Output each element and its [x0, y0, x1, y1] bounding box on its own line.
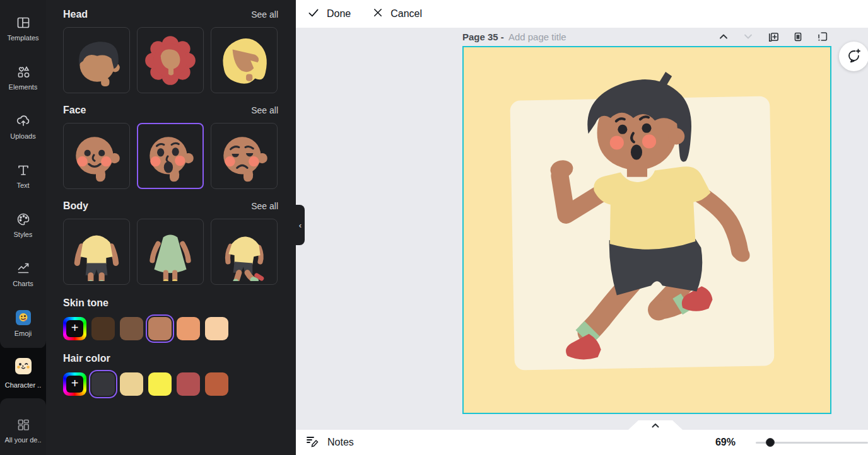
skin-tone-swatch[interactable]: [177, 317, 200, 340]
page-number-label: Page 35 -: [462, 32, 504, 42]
comment-fab-button[interactable]: [839, 42, 868, 71]
see-all-body-link[interactable]: See all: [251, 201, 278, 211]
sidebar-item-label: Styles: [14, 231, 33, 238]
sidebar-item-templates[interactable]: Templates: [0, 4, 46, 53]
see-all-head-link[interactable]: See all: [251, 9, 278, 20]
add-page-button[interactable]: [816, 30, 829, 43]
add-hair-color-button[interactable]: +: [63, 372, 86, 396]
body-options: [63, 219, 278, 285]
comment-plus-icon: [846, 47, 862, 66]
character-settings-panel: Head See all Face See all: [46, 0, 296, 455]
add-skin-tone-button[interactable]: +: [63, 317, 86, 340]
zoom-slider-thumb[interactable]: [766, 438, 775, 447]
chevron-left-icon: ‹: [299, 221, 302, 230]
face-option-sad[interactable]: [211, 123, 278, 189]
sidebar-item-charts[interactable]: Charts: [0, 250, 46, 299]
section-title-head: Head: [63, 9, 88, 20]
hair-color-swatch-selected[interactable]: [91, 372, 115, 396]
skin-tone-swatches: +: [63, 317, 278, 340]
page-header: Page 35 - Add page title: [296, 28, 868, 45]
section-title-face: Face: [63, 105, 86, 116]
delete-page-button[interactable]: [792, 30, 804, 43]
check-icon: [307, 6, 320, 21]
skin-tone-swatch-selected[interactable]: [148, 317, 172, 340]
sidebar-group-bottom: All your de..: [0, 398, 46, 455]
cancel-button[interactable]: Cancel: [372, 7, 422, 21]
body-option-tshirt-standing[interactable]: [63, 219, 130, 285]
sidebar-group-main: Templates Elements Uploads Text: [0, 0, 46, 348]
collapse-panel-handle[interactable]: ‹: [296, 205, 305, 245]
head-option-red-curly[interactable]: [137, 27, 204, 93]
hair-color-swatch[interactable]: [177, 372, 200, 396]
face-option-happy[interactable]: [63, 123, 130, 189]
show-pages-tab[interactable]: [628, 420, 683, 430]
page-actions: [717, 28, 829, 45]
zoom-slider[interactable]: [756, 430, 868, 455]
sidebar-item-label: Elements: [9, 83, 38, 91]
editor-workspace: Done Cancel Page 35 - Add page title: [296, 0, 868, 455]
notes-icon: [305, 434, 320, 451]
elements-icon: [16, 64, 31, 79]
page-title-input[interactable]: Add page title: [508, 32, 566, 42]
skin-tone-swatch[interactable]: [91, 317, 115, 340]
character-builder-icon: [15, 357, 32, 377]
bottom-bar: Notes 69%: [296, 430, 868, 455]
section-title-body: Body: [63, 200, 88, 212]
sidebar-item-label: Templates: [7, 34, 38, 42]
see-all-face-link[interactable]: See all: [251, 105, 278, 115]
head-options: [63, 27, 278, 93]
hair-color-swatch[interactable]: [148, 372, 172, 396]
upload-cloud-icon: [16, 113, 31, 129]
canvas-page-selected[interactable]: [462, 46, 831, 414]
line-chart-icon: [16, 261, 31, 276]
zoom-level-label: 69%: [715, 437, 736, 448]
palette-icon: [16, 212, 31, 227]
done-button[interactable]: Done: [307, 6, 351, 21]
skin-tone-swatch[interactable]: [205, 317, 228, 340]
sidebar-item-elements[interactable]: Elements: [0, 53, 46, 102]
section-title-hair-color: Hair color: [63, 353, 278, 364]
duplicate-page-button[interactable]: [766, 30, 780, 43]
sidebar-item-label: Text: [16, 181, 29, 189]
head-option-blonde[interactable]: [211, 27, 278, 93]
section-title-skin-tone: Skin tone: [63, 297, 278, 309]
close-icon: [372, 7, 384, 21]
skin-tone-swatch[interactable]: [120, 317, 143, 340]
face-option-surprised-selected[interactable]: [137, 123, 204, 189]
templates-icon: [16, 15, 31, 30]
emoji-app-icon: [15, 309, 32, 326]
sidebar-item-label: Character ..: [5, 381, 41, 389]
head-option-dark-hair[interactable]: [63, 27, 130, 93]
sidebar-item-label: Uploads: [10, 132, 35, 140]
sidebar-item-emoji[interactable]: Emoji: [0, 299, 46, 348]
hair-color-swatch[interactable]: [205, 372, 228, 396]
text-icon: [16, 163, 31, 178]
sidebar-item-text[interactable]: Text: [0, 151, 46, 200]
body-option-green-dress[interactable]: [137, 219, 204, 285]
body-option-tshirt-walking[interactable]: [211, 219, 278, 285]
hair-color-swatch[interactable]: [120, 372, 143, 396]
sidebar-item-character-builder[interactable]: Character ..: [0, 348, 46, 398]
app-sidebar: Templates Elements Uploads Text: [0, 0, 46, 455]
sidebar-item-label: Emoji: [15, 330, 32, 337]
sidebar-item-all-your-designs[interactable]: All your de..: [0, 406, 46, 455]
designs-grid-icon: [16, 417, 31, 432]
chevron-up-icon: [651, 422, 660, 429]
sidebar-item-label: All your de..: [4, 436, 41, 444]
hair-color-swatches: +: [63, 372, 278, 396]
move-page-up-button[interactable]: [717, 30, 730, 43]
sidebar-item-uploads[interactable]: Uploads: [0, 102, 46, 151]
sidebar-item-label: Charts: [13, 280, 33, 287]
face-options: [63, 123, 278, 189]
app-window: Templates Elements Uploads Text: [0, 0, 868, 455]
editor-topbar: Done Cancel: [296, 0, 868, 28]
sidebar-item-styles[interactable]: Styles: [0, 200, 46, 250]
move-page-down-button[interactable]: [742, 30, 754, 43]
notes-button[interactable]: Notes: [305, 434, 354, 451]
running-boy-illustration[interactable]: [492, 57, 796, 403]
